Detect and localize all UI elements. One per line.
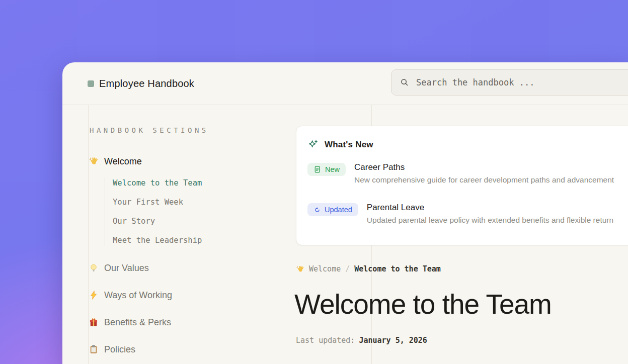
subnav-item-welcome-to-the-team[interactable]: Welcome to the Team — [113, 177, 202, 189]
sidebar-item-label: Benefits & Perks — [104, 317, 171, 328]
handbook-app-window: Employee Handbook HANDBOOK SECTIONS Welc… — [62, 62, 628, 364]
main-content: What's New New Career Paths New comprehe… — [296, 105, 628, 364]
wave-icon — [89, 156, 99, 166]
sidebar-item-label: Policies — [104, 344, 135, 355]
search-box[interactable] — [391, 69, 628, 96]
news-item-description: New comprehensive guide for career devel… — [354, 175, 614, 185]
news-item-career-paths[interactable]: New Career Paths New comprehensive guide… — [307, 162, 628, 185]
breadcrumb-page: Welcome to the Team — [354, 264, 441, 274]
sidebar-section-label: HANDBOOK SECTIONS — [90, 126, 209, 134]
whats-new-header: What's New — [307, 139, 628, 150]
news-text: Parental Leave Updated parental leave po… — [367, 203, 613, 225]
whats-new-title: What's New — [325, 140, 373, 150]
breadcrumb: Welcome / Welcome to the Team — [296, 264, 441, 274]
search-icon — [400, 77, 410, 87]
brand: Employee Handbook — [88, 62, 194, 105]
news-item-parental-leave[interactable]: Updated Parental Leave Updated parental … — [307, 203, 628, 225]
sidebar-item-policies[interactable]: Policies — [89, 343, 135, 355]
bolt-icon — [89, 290, 99, 300]
refresh-icon — [313, 206, 321, 214]
new-badge: New — [307, 163, 346, 176]
sidebar-subnav-welcome: Welcome to the Team Your First Week Our … — [105, 177, 202, 246]
badge-label: New — [325, 165, 340, 173]
sidebar-item-ways-of-working[interactable]: Ways of Working — [89, 289, 172, 301]
sidebar-item-label: Our Values — [104, 263, 149, 274]
wave-icon — [296, 265, 304, 274]
page-body: HANDBOOK SECTIONS Welcome Welcome to the… — [62, 105, 628, 364]
badge-label: Updated — [325, 206, 352, 214]
sidebar-item-benefits-perks[interactable]: Benefits & Perks — [89, 316, 171, 328]
whats-new-card: What's New New Career Paths New comprehe… — [296, 126, 628, 245]
last-updated-value: January 5, 2026 — [359, 336, 427, 345]
sidebar-item-label: Ways of Working — [104, 290, 172, 301]
search-input[interactable] — [416, 77, 628, 87]
gift-icon — [89, 317, 99, 327]
news-text: Career Paths New comprehensive guide for… — [354, 162, 614, 185]
breadcrumb-section[interactable]: Welcome — [309, 264, 341, 274]
news-item-description: Updated parental leave policy with exten… — [367, 216, 613, 225]
last-updated: Last updated:January 5, 2026 — [296, 336, 427, 345]
sparkle-icon — [307, 139, 319, 150]
breadcrumb-separator: / — [345, 264, 350, 274]
clipboard-icon — [89, 344, 99, 354]
app-title: Employee Handbook — [99, 78, 194, 89]
sidebar-item-our-values[interactable]: Our Values — [89, 262, 149, 274]
app-header: Employee Handbook — [62, 62, 628, 105]
updated-badge: Updated — [307, 203, 358, 216]
last-updated-label: Last updated: — [296, 336, 355, 345]
document-icon — [313, 165, 322, 173]
bulb-icon — [89, 263, 99, 273]
green-square-icon — [88, 80, 94, 87]
page-title: Welcome to the Team — [294, 288, 552, 320]
subnav-item-our-story[interactable]: Our Story — [113, 216, 202, 227]
news-item-title: Parental Leave — [367, 203, 613, 213]
sidebar-item-label: Welcome — [104, 156, 142, 167]
subnav-item-meet-the-leadership[interactable]: Meet the Leadership — [113, 235, 202, 246]
sidebar-item-welcome[interactable]: Welcome — [89, 155, 142, 167]
subnav-item-your-first-week[interactable]: Your First Week — [113, 197, 202, 208]
news-item-title: Career Paths — [354, 162, 614, 172]
